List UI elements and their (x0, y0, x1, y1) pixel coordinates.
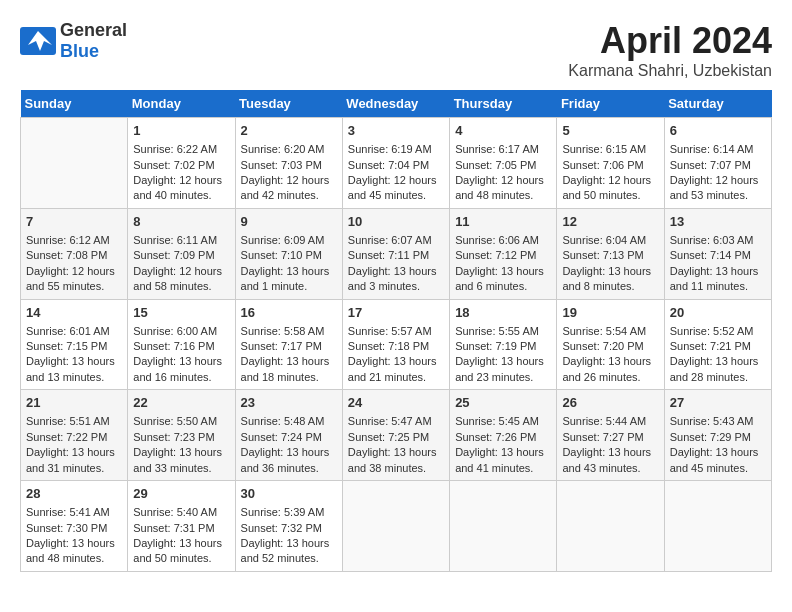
sunrise-text: Sunrise: 6:07 AM (348, 233, 444, 248)
day-number: 16 (241, 304, 337, 322)
calendar-cell: 30Sunrise: 5:39 AMSunset: 7:32 PMDayligh… (235, 481, 342, 572)
month-title: April 2024 (568, 20, 772, 62)
calendar-week-row: 7Sunrise: 6:12 AMSunset: 7:08 PMDaylight… (21, 208, 772, 299)
daylight-text: Daylight: 13 hours and 41 minutes. (455, 445, 551, 476)
daylight-text: Daylight: 13 hours and 11 minutes. (670, 264, 766, 295)
sunrise-text: Sunrise: 5:45 AM (455, 414, 551, 429)
daylight-text: Daylight: 13 hours and 8 minutes. (562, 264, 658, 295)
day-number: 4 (455, 122, 551, 140)
sunrise-text: Sunrise: 5:50 AM (133, 414, 229, 429)
calendar-cell: 20Sunrise: 5:52 AMSunset: 7:21 PMDayligh… (664, 299, 771, 390)
day-number: 18 (455, 304, 551, 322)
calendar-cell: 13Sunrise: 6:03 AMSunset: 7:14 PMDayligh… (664, 208, 771, 299)
calendar-cell: 6Sunrise: 6:14 AMSunset: 7:07 PMDaylight… (664, 118, 771, 209)
calendar-cell: 1Sunrise: 6:22 AMSunset: 7:02 PMDaylight… (128, 118, 235, 209)
sunrise-text: Sunrise: 5:52 AM (670, 324, 766, 339)
calendar-cell: 25Sunrise: 5:45 AMSunset: 7:26 PMDayligh… (450, 390, 557, 481)
calendar-week-row: 14Sunrise: 6:01 AMSunset: 7:15 PMDayligh… (21, 299, 772, 390)
calendar-week-row: 21Sunrise: 5:51 AMSunset: 7:22 PMDayligh… (21, 390, 772, 481)
sunrise-text: Sunrise: 6:15 AM (562, 142, 658, 157)
day-number: 21 (26, 394, 122, 412)
day-number: 1 (133, 122, 229, 140)
day-number: 25 (455, 394, 551, 412)
calendar-week-row: 28Sunrise: 5:41 AMSunset: 7:30 PMDayligh… (21, 481, 772, 572)
sunset-text: Sunset: 7:02 PM (133, 158, 229, 173)
daylight-text: Daylight: 13 hours and 18 minutes. (241, 354, 337, 385)
daylight-text: Daylight: 13 hours and 28 minutes. (670, 354, 766, 385)
daylight-text: Daylight: 13 hours and 6 minutes. (455, 264, 551, 295)
daylight-text: Daylight: 13 hours and 36 minutes. (241, 445, 337, 476)
calendar-cell: 14Sunrise: 6:01 AMSunset: 7:15 PMDayligh… (21, 299, 128, 390)
daylight-text: Daylight: 13 hours and 45 minutes. (670, 445, 766, 476)
daylight-text: Daylight: 12 hours and 50 minutes. (562, 173, 658, 204)
daylight-text: Daylight: 12 hours and 58 minutes. (133, 264, 229, 295)
day-number: 17 (348, 304, 444, 322)
day-number: 6 (670, 122, 766, 140)
calendar-cell: 5Sunrise: 6:15 AMSunset: 7:06 PMDaylight… (557, 118, 664, 209)
sunrise-text: Sunrise: 6:09 AM (241, 233, 337, 248)
daylight-text: Daylight: 13 hours and 16 minutes. (133, 354, 229, 385)
daylight-text: Daylight: 13 hours and 3 minutes. (348, 264, 444, 295)
calendar-cell: 4Sunrise: 6:17 AMSunset: 7:05 PMDaylight… (450, 118, 557, 209)
sunrise-text: Sunrise: 5:41 AM (26, 505, 122, 520)
sunrise-text: Sunrise: 6:22 AM (133, 142, 229, 157)
sunrise-text: Sunrise: 5:58 AM (241, 324, 337, 339)
day-number: 8 (133, 213, 229, 231)
day-number: 11 (455, 213, 551, 231)
day-number: 3 (348, 122, 444, 140)
day-number: 19 (562, 304, 658, 322)
calendar-cell (21, 118, 128, 209)
daylight-text: Daylight: 13 hours and 52 minutes. (241, 536, 337, 567)
sunset-text: Sunset: 7:13 PM (562, 248, 658, 263)
calendar-cell (664, 481, 771, 572)
day-number: 27 (670, 394, 766, 412)
sunrise-text: Sunrise: 6:19 AM (348, 142, 444, 157)
sunset-text: Sunset: 7:04 PM (348, 158, 444, 173)
sunset-text: Sunset: 7:03 PM (241, 158, 337, 173)
sunset-text: Sunset: 7:07 PM (670, 158, 766, 173)
calendar-cell: 17Sunrise: 5:57 AMSunset: 7:18 PMDayligh… (342, 299, 449, 390)
sunset-text: Sunset: 7:10 PM (241, 248, 337, 263)
calendar-cell: 7Sunrise: 6:12 AMSunset: 7:08 PMDaylight… (21, 208, 128, 299)
daylight-text: Daylight: 13 hours and 1 minute. (241, 264, 337, 295)
calendar-cell: 26Sunrise: 5:44 AMSunset: 7:27 PMDayligh… (557, 390, 664, 481)
column-header-saturday: Saturday (664, 90, 771, 118)
column-header-sunday: Sunday (21, 90, 128, 118)
day-number: 26 (562, 394, 658, 412)
calendar-cell: 10Sunrise: 6:07 AMSunset: 7:11 PMDayligh… (342, 208, 449, 299)
calendar-cell: 18Sunrise: 5:55 AMSunset: 7:19 PMDayligh… (450, 299, 557, 390)
day-number: 14 (26, 304, 122, 322)
column-header-thursday: Thursday (450, 90, 557, 118)
calendar-cell (450, 481, 557, 572)
sunset-text: Sunset: 7:18 PM (348, 339, 444, 354)
calendar-cell: 15Sunrise: 6:00 AMSunset: 7:16 PMDayligh… (128, 299, 235, 390)
sunset-text: Sunset: 7:05 PM (455, 158, 551, 173)
daylight-text: Daylight: 13 hours and 50 minutes. (133, 536, 229, 567)
calendar-cell: 24Sunrise: 5:47 AMSunset: 7:25 PMDayligh… (342, 390, 449, 481)
calendar-cell: 22Sunrise: 5:50 AMSunset: 7:23 PMDayligh… (128, 390, 235, 481)
daylight-text: Daylight: 13 hours and 31 minutes. (26, 445, 122, 476)
daylight-text: Daylight: 13 hours and 38 minutes. (348, 445, 444, 476)
sunrise-text: Sunrise: 5:43 AM (670, 414, 766, 429)
logo-blue: Blue (60, 41, 127, 62)
sunset-text: Sunset: 7:23 PM (133, 430, 229, 445)
calendar-header-row: SundayMondayTuesdayWednesdayThursdayFrid… (21, 90, 772, 118)
sunrise-text: Sunrise: 5:57 AM (348, 324, 444, 339)
sunrise-text: Sunrise: 5:54 AM (562, 324, 658, 339)
daylight-text: Daylight: 13 hours and 13 minutes. (26, 354, 122, 385)
sunset-text: Sunset: 7:32 PM (241, 521, 337, 536)
sunrise-text: Sunrise: 5:51 AM (26, 414, 122, 429)
page-header: General Blue April 2024 Karmana Shahri, … (20, 20, 772, 80)
day-number: 10 (348, 213, 444, 231)
day-number: 12 (562, 213, 658, 231)
column-header-tuesday: Tuesday (235, 90, 342, 118)
calendar-cell: 19Sunrise: 5:54 AMSunset: 7:20 PMDayligh… (557, 299, 664, 390)
sunrise-text: Sunrise: 6:20 AM (241, 142, 337, 157)
sunrise-text: Sunrise: 6:17 AM (455, 142, 551, 157)
logo-icon (20, 27, 56, 55)
calendar-cell: 23Sunrise: 5:48 AMSunset: 7:24 PMDayligh… (235, 390, 342, 481)
sunset-text: Sunset: 7:21 PM (670, 339, 766, 354)
daylight-text: Daylight: 13 hours and 33 minutes. (133, 445, 229, 476)
daylight-text: Daylight: 13 hours and 43 minutes. (562, 445, 658, 476)
daylight-text: Daylight: 12 hours and 40 minutes. (133, 173, 229, 204)
